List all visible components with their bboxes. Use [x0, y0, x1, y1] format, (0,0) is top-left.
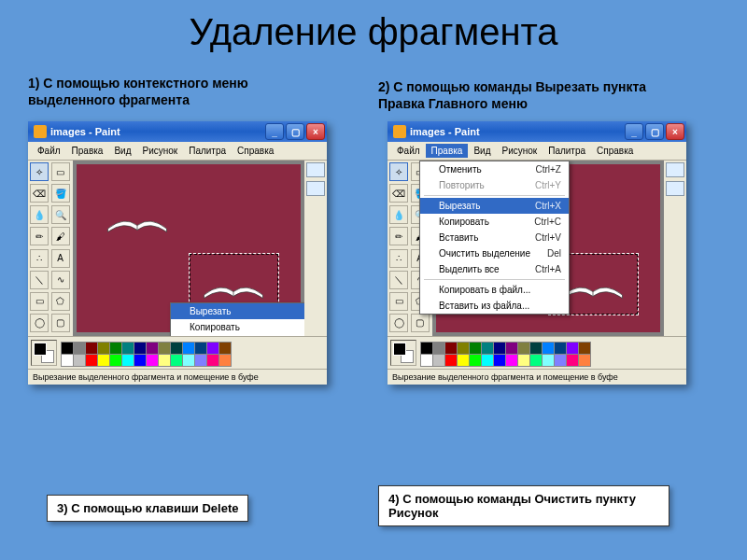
tool-poly[interactable]: ⬠ — [51, 292, 70, 311]
color-swatch[interactable] — [182, 354, 195, 367]
color-swatch[interactable] — [420, 342, 433, 355]
menu-image[interactable]: Рисунок — [496, 144, 543, 158]
tool-free-select[interactable]: ✧ — [30, 162, 49, 181]
tool-spray[interactable]: ∴ — [30, 249, 49, 268]
color-swatch[interactable] — [134, 354, 147, 367]
edit-undo[interactable]: ОтменитьCtrl+Z — [420, 161, 569, 177]
color-swatch[interactable] — [194, 342, 207, 355]
color-swatch[interactable] — [432, 342, 445, 355]
color-swatch[interactable] — [121, 354, 134, 367]
color-swatch[interactable] — [206, 354, 219, 367]
color-swatch[interactable] — [121, 342, 134, 355]
menu-edit[interactable]: Правка — [426, 144, 469, 158]
color-swatch[interactable] — [493, 354, 506, 367]
color-swatch[interactable] — [170, 342, 183, 355]
tool-zoom[interactable]: 🔍 — [51, 205, 70, 224]
canvas-area[interactable]: Вырезать Копировать Вставить Очистить вы… — [73, 161, 304, 336]
edit-paste-from[interactable]: Вставить из файла... — [420, 298, 569, 314]
tool-picker[interactable]: 💧 — [30, 205, 49, 224]
tool-fill[interactable]: 🪣 — [51, 184, 70, 203]
ctx-copy[interactable]: Копировать — [171, 319, 304, 335]
edit-cut[interactable]: ВырезатьCtrl+X — [420, 198, 569, 214]
color-swatch[interactable] — [170, 354, 183, 367]
edit-select-all[interactable]: Выделить всеCtrl+A — [420, 261, 569, 277]
tool-spray[interactable]: ∴ — [389, 249, 408, 268]
color-swatch[interactable] — [97, 354, 110, 367]
color-swatch[interactable] — [529, 354, 543, 367]
tool-rect[interactable]: ▭ — [30, 292, 49, 311]
edit-redo[interactable]: ПовторитьCtrl+Y — [420, 177, 569, 193]
color-swatch[interactable] — [578, 354, 591, 367]
tool-free-select[interactable]: ✧ — [389, 162, 408, 181]
close-button[interactable]: × — [306, 123, 325, 140]
tool-text[interactable]: A — [51, 249, 70, 268]
tool-ellipse[interactable]: ◯ — [389, 314, 408, 332]
color-swatch[interactable] — [554, 342, 567, 355]
color-swatch[interactable] — [158, 354, 171, 367]
menu-file[interactable]: Файл — [391, 144, 426, 158]
color-swatch[interactable] — [469, 354, 482, 367]
color-swatch[interactable] — [481, 342, 494, 355]
tool-line[interactable]: ＼ — [389, 271, 408, 289]
menu-help[interactable]: Справка — [591, 144, 639, 158]
tool-pencil[interactable]: ✏ — [389, 227, 408, 245]
tool-roundrect[interactable]: ▢ — [51, 314, 70, 332]
minimize-button[interactable]: _ — [265, 123, 284, 140]
color-swatch[interactable] — [444, 342, 458, 355]
current-colors[interactable] — [31, 340, 57, 366]
color-swatch[interactable] — [444, 354, 458, 367]
color-swatch[interactable] — [481, 354, 494, 367]
tool-rect-select[interactable]: ▭ — [51, 162, 70, 181]
color-swatch[interactable] — [146, 342, 159, 355]
color-swatch[interactable] — [218, 342, 232, 355]
tool-eraser[interactable]: ⌫ — [389, 184, 408, 203]
thumb-2[interactable] — [666, 181, 684, 196]
edit-paste[interactable]: ВставитьCtrl+V — [420, 230, 569, 245]
thumb-1[interactable] — [306, 162, 325, 177]
edit-copy[interactable]: КопироватьCtrl+C — [420, 214, 569, 230]
menu-edit[interactable]: Правка — [66, 144, 109, 158]
color-swatch[interactable] — [97, 342, 110, 355]
ctx-paste[interactable]: Вставить — [171, 335, 304, 336]
color-swatch[interactable] — [85, 354, 98, 367]
maximize-button[interactable]: ▢ — [645, 123, 664, 140]
color-swatch[interactable] — [554, 354, 567, 367]
edit-clear-sel[interactable]: Очистить выделениеDel — [420, 245, 569, 261]
tool-rect[interactable]: ▭ — [389, 292, 408, 311]
color-swatch[interactable] — [218, 354, 232, 367]
maximize-button[interactable]: ▢ — [286, 123, 304, 140]
color-swatch[interactable] — [457, 342, 470, 355]
color-swatch[interactable] — [206, 342, 219, 355]
close-button[interactable]: × — [666, 123, 684, 140]
menu-view[interactable]: Вид — [468, 144, 496, 158]
edit-copy-to[interactable]: Копировать в файл... — [420, 282, 569, 298]
color-swatch[interactable] — [85, 342, 98, 355]
thumb-2[interactable] — [306, 181, 325, 196]
thumb-1[interactable] — [666, 162, 684, 177]
color-swatch[interactable] — [432, 354, 445, 367]
tool-roundrect[interactable]: ▢ — [411, 314, 430, 332]
ctx-cut[interactable]: Вырезать — [171, 303, 304, 319]
tool-line[interactable]: ＼ — [30, 271, 49, 289]
color-swatch[interactable] — [505, 342, 518, 355]
menu-view[interactable]: Вид — [108, 144, 136, 158]
color-swatch[interactable] — [517, 354, 530, 367]
color-swatch[interactable] — [61, 354, 74, 367]
color-swatch[interactable] — [73, 354, 86, 367]
color-swatch[interactable] — [420, 354, 433, 367]
current-colors[interactable] — [390, 340, 416, 366]
color-swatch[interactable] — [61, 342, 74, 355]
tool-brush[interactable]: 🖌 — [51, 227, 70, 245]
color-swatch[interactable] — [566, 354, 579, 367]
color-swatch[interactable] — [134, 342, 147, 355]
color-swatch[interactable] — [566, 342, 579, 355]
color-swatch[interactable] — [109, 354, 122, 367]
tool-eraser[interactable]: ⌫ — [30, 184, 49, 203]
menu-file[interactable]: Файл — [32, 144, 66, 158]
tool-ellipse[interactable]: ◯ — [30, 314, 49, 332]
menu-colors[interactable]: Палитра — [543, 144, 591, 158]
tool-picker[interactable]: 💧 — [389, 205, 408, 224]
color-swatch[interactable] — [578, 342, 591, 355]
color-swatch[interactable] — [457, 354, 470, 367]
minimize-button[interactable]: _ — [625, 123, 643, 140]
